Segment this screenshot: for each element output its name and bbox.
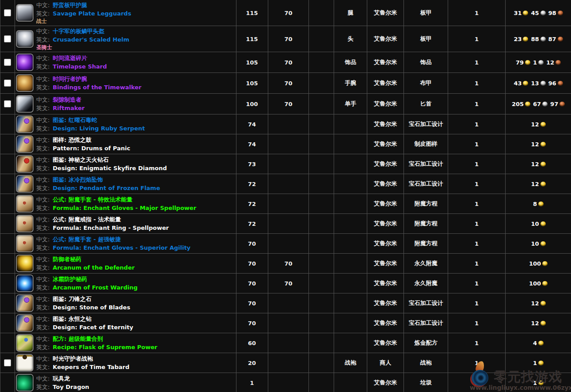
empty-cell <box>308 0 334 26</box>
row-checkbox[interactable] <box>4 9 11 16</box>
item-name-cn-link[interactable]: 时光守护者战袍 <box>53 355 93 362</box>
item-name-cn-link[interactable]: 十字军的板鳞甲头盔 <box>53 28 104 34</box>
row-checkbox[interactable] <box>4 359 11 366</box>
item-name-cn-link[interactable]: 图鉴: 红曜石毒蛇 <box>53 117 97 123</box>
arcanum-frost-icon[interactable] <box>16 274 34 292</box>
english-label: 英文: <box>36 244 49 251</box>
item-name-en-link[interactable]: Arcanum of Frost Warding <box>53 284 137 291</box>
item-name-en-link[interactable]: Savage Plate Legguards <box>53 10 131 17</box>
item-level-cell: 105 <box>236 73 268 93</box>
design-scroll-icon[interactable] <box>16 175 34 193</box>
design-scroll-icon[interactable] <box>16 115 34 133</box>
item-name-cn-link[interactable]: 图鉴: 刀锋之石 <box>53 296 91 302</box>
copper-coin-icon <box>556 60 561 65</box>
item-name-cn-link[interactable]: 图鉴: 神秘之天火钻石 <box>53 156 109 163</box>
item-name-en-line: 英文:Timelapse Shard <box>36 62 107 71</box>
gold-coin-icon <box>538 341 544 346</box>
required-level-cell <box>268 293 309 313</box>
slot-cell: 单手 <box>334 94 367 114</box>
item-name-cn-link[interactable]: 配方: 超级能量合剂 <box>53 335 103 342</box>
item-name-en-link[interactable]: Timelapse Shard <box>53 63 107 70</box>
timewalker-bindings-icon[interactable] <box>16 74 34 92</box>
item-name-en-line: 英文:Savage Plate Legguards <box>36 9 131 18</box>
row-checkbox[interactable] <box>4 35 11 42</box>
item-name-en-link[interactable]: Design: Enigmatic Skyfire Diamond <box>53 165 167 171</box>
item-name-cn-link[interactable]: 冰霜防护秘药 <box>53 276 87 282</box>
table-row: 中文:公式: 附魔戒指 - 法术能量 英文:Formula: Enchant R… <box>0 214 571 234</box>
price-cell: 2056797 <box>505 94 571 114</box>
scaled-helm-icon[interactable] <box>16 30 34 48</box>
table-row: 中文:图鉴: 刀锋之石 英文:Design: Stone of Blades 7… <box>0 293 571 313</box>
price-amount: 43 <box>514 80 522 87</box>
item-name-en-link[interactable]: Formula: Enchant Gloves - Major Spellpow… <box>53 205 196 211</box>
riftmaker-dagger-icon[interactable] <box>16 95 34 113</box>
plate-legguards-icon[interactable] <box>16 4 34 22</box>
item-name-cn-link[interactable]: 图样: 恐慌之鼓 <box>53 137 91 143</box>
item-name-en-line: 英文:Design: Pendant of Frozen Flame <box>36 184 160 192</box>
item-name-en-link[interactable]: Design: Stone of Blades <box>53 304 130 311</box>
design-scroll-icon[interactable] <box>16 155 34 173</box>
row-select-cell <box>0 194 15 213</box>
arcanum-gold-icon[interactable] <box>16 255 34 272</box>
item-name-cn-link[interactable]: 公式: 附魔手套 - 特效法术能量 <box>53 196 132 203</box>
item-name-cn-link[interactable]: 防御者秘药 <box>53 256 81 263</box>
item-name-cn-link[interactable]: 野蛮板甲护腿 <box>53 2 87 8</box>
table-row: 中文:十字军的板鳞甲头盔 英文:Crusader's Scaled Helm 圣… <box>0 26 571 52</box>
gold-coin-icon <box>538 381 544 385</box>
required-level-cell <box>268 134 309 154</box>
item-name-en-line: 英文:Toy Dragon <box>36 383 89 391</box>
table-row: 中文:时间流逝碎片 英文:Timelapse Shard 105 70 饰品 艾… <box>0 52 571 73</box>
required-level-cell <box>268 214 309 233</box>
toy-dragon-icon[interactable] <box>16 374 34 392</box>
pattern-scroll-icon[interactable] <box>16 135 34 153</box>
english-label: 英文: <box>36 344 49 350</box>
design-scroll-icon[interactable] <box>16 314 34 332</box>
price-amount: 1 <box>533 380 537 386</box>
item-name-en-link[interactable]: Formula: Enchant Gloves - Superior Agili… <box>53 244 190 251</box>
recipe-scroll-icon[interactable] <box>16 334 34 352</box>
english-label: 英文: <box>36 205 49 211</box>
item-name-en-link[interactable]: Crusader's Scaled Helm <box>53 36 129 43</box>
price-cell: 12 <box>505 174 571 194</box>
item-name-cn-line: 中文:配方: 超级能量合剂 <box>36 335 103 343</box>
item-name-cn-link[interactable]: 图鉴: 冰冷烈焰坠饰 <box>53 176 103 183</box>
chinese-label: 中文: <box>36 196 49 203</box>
row-checkbox[interactable] <box>4 80 11 87</box>
row-select-cell <box>0 274 15 293</box>
item-name-en-link[interactable]: Design: Pendant of Frozen Flame <box>53 185 160 191</box>
item-name-en-link[interactable]: Riftmaker <box>53 105 84 111</box>
item-name-cn-link[interactable]: 公式: 附魔戒指 - 法术能量 <box>53 216 121 223</box>
items-table: 中文:野蛮板甲护腿 英文:Savage Plate Legguards 战士 1… <box>0 0 571 392</box>
formula-scroll-icon[interactable] <box>16 235 34 252</box>
timelapse-shard-icon[interactable] <box>16 53 34 71</box>
item-name-en-link[interactable]: Arcanum of the Defender <box>53 264 134 271</box>
item-name-en-link[interactable]: Recipe: Flask of Supreme Power <box>53 344 157 350</box>
row-checkbox[interactable] <box>4 59 11 66</box>
item-name-cn-link[interactable]: 时间行者护腕 <box>53 76 87 82</box>
item-name-en-link[interactable]: Design: Living Ruby Serpent <box>53 125 145 132</box>
item-name-cn-link[interactable]: 玩具龙 <box>53 375 70 382</box>
row-checkbox[interactable] <box>4 100 11 107</box>
item-icon-cell <box>15 194 35 213</box>
item-name-en-link[interactable]: Pattern: Drums of Panic <box>53 145 130 152</box>
item-level-cell: 60 <box>236 333 268 353</box>
item-name-cn-link[interactable]: 公式: 附魔手套 - 超强敏捷 <box>53 236 121 243</box>
quantity-cell: 1 <box>448 154 505 174</box>
formula-scroll-icon[interactable] <box>16 215 34 232</box>
item-name-en-link[interactable]: Bindings of the Timewalker <box>53 84 141 91</box>
item-name-en-link[interactable]: Toy Dragon <box>53 384 89 390</box>
slot-cell <box>334 154 367 174</box>
item-name-cn-link[interactable]: 时间流逝碎片 <box>53 55 87 61</box>
item-name-cell: 中文:冰霜防护秘药 英文:Arcanum of Frost Warding <box>35 274 236 293</box>
item-name-cn-link[interactable]: 图鉴: 永恒之钻 <box>53 316 91 322</box>
formula-scroll-icon[interactable] <box>16 195 34 213</box>
price-cell: 1 <box>505 353 571 373</box>
item-name-en-link[interactable]: Formula: Enchant Ring - Spellpower <box>53 225 169 231</box>
source-cell: 艾鲁尔米 <box>367 94 404 114</box>
tabard-icon[interactable] <box>16 354 34 372</box>
design-scroll-icon[interactable] <box>16 294 34 312</box>
item-name-cn-link[interactable]: 裂隙制造者 <box>53 96 81 103</box>
table-row: 中文:图鉴: 红曜石毒蛇 英文:Design: Living Ruby Serp… <box>0 114 571 134</box>
item-name-en-link[interactable]: Design: Facet of Eternity <box>53 324 133 331</box>
item-name-en-link[interactable]: Keepers of Time Tabard <box>53 364 129 370</box>
